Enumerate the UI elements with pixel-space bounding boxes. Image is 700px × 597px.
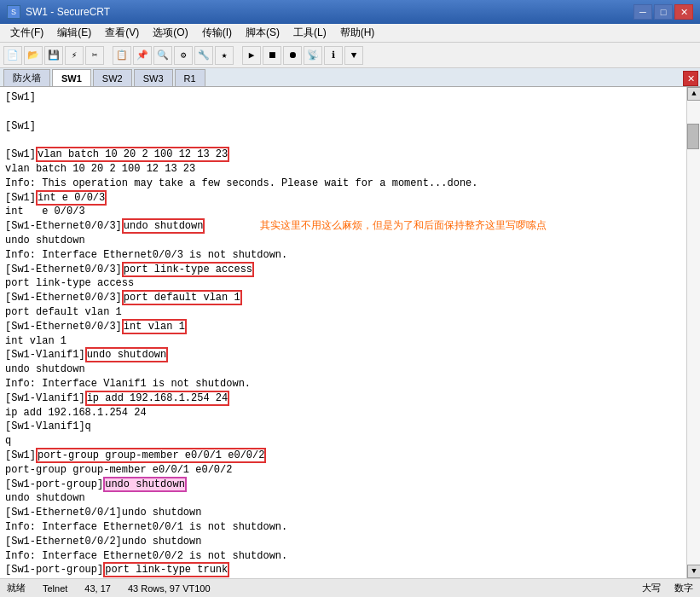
highlight-undo-shutdown-1: undo shutdown	[122, 218, 205, 234]
menu-view[interactable]: 查看(V)	[98, 24, 146, 42]
terminal-line-19: [Sw1-Vlanif1]undo shutdown	[5, 348, 681, 362]
terminal-line-15: [Sw1-Ethernet0/0/3]port default vlan 1	[5, 291, 681, 305]
menu-tools[interactable]: 工具(L)	[286, 24, 333, 42]
menu-script[interactable]: 脚本(S)	[239, 24, 286, 42]
terminal-line-5: [Sw1]vlan batch 10 20 2 100 12 13 23	[5, 148, 681, 162]
toolbar-btn12[interactable]: ▶	[242, 46, 261, 65]
menu-file[interactable]: 文件(F)	[3, 24, 50, 42]
window-controls[interactable]: ─ □ ✕	[633, 4, 693, 20]
highlight-port-group: port-group group-member e0/0/1 e0/0/2	[36, 448, 266, 463]
toolbar-btn8[interactable]: 🔍	[153, 46, 172, 65]
terminal-line-2	[5, 105, 681, 119]
toolbar-btn10[interactable]: 🔧	[194, 46, 213, 65]
terminal-line-25: q	[5, 434, 681, 449]
terminal-line-7: Info: This operation may take a few seco…	[5, 177, 681, 191]
status-cursor: 43, 17	[84, 583, 111, 594]
comment-text: 其实这里不用这么麻烦，但是为了和后面保持整齐这里写啰嗦点	[260, 220, 547, 232]
toolbar-btn13[interactable]: ⏹	[263, 46, 281, 65]
terminal-line-9: int e 0/0/3	[5, 205, 681, 219]
menu-options[interactable]: 选项(O)	[146, 24, 194, 42]
highlight-port-default-vlan: port default vlan 1	[122, 290, 242, 305]
terminal-line-18: int vlan 1	[5, 334, 681, 349]
toolbar-btn4[interactable]: ⚡	[65, 46, 84, 65]
status-bar: 就绪 Telnet 43, 17 43 Rows, 97 VT100 大写 数字	[0, 578, 700, 597]
tab-sw3[interactable]: SW3	[134, 69, 173, 86]
status-right: 大写 数字	[642, 582, 693, 594]
toolbar-new[interactable]: 📄	[3, 46, 22, 65]
terminal-line-29: undo shutdown	[5, 491, 681, 506]
terminal-line-8: [Sw1]int e 0/0/3	[5, 191, 681, 206]
terminal-line-13: [Sw1-Ethernet0/0/3]port link-type access	[5, 263, 681, 277]
menu-bar: 文件(F) 编辑(E) 查看(V) 选项(O) 传输(I) 脚本(S) 工具(L…	[0, 24, 700, 43]
terminal-line-23: ip add 192.168.1.254 24	[5, 406, 681, 420]
toolbar-btn15[interactable]: 📡	[304, 46, 322, 65]
toolbar-sep2	[235, 46, 240, 65]
tab-sw2[interactable]: SW2	[93, 69, 132, 86]
terminal-line-10: [Sw1-Ethernet0/0/3]undo shutdown 其实这里不用这…	[5, 219, 681, 234]
toolbar-sep1	[106, 46, 111, 65]
close-all-tabs-button[interactable]: ✕	[683, 71, 698, 86]
highlight-int-e003: int e 0/0/3	[36, 190, 107, 206]
toolbar-open[interactable]: 📂	[24, 46, 43, 65]
terminal-line-31: Info: Interface Ethernet0/0/1 is not shu…	[5, 520, 681, 535]
scrollbar[interactable]: ▲ ▼	[686, 87, 700, 578]
toolbar-btn11[interactable]: ★	[215, 46, 234, 65]
toolbar-btn9[interactable]: ⚙	[174, 46, 193, 65]
terminal-line-12: Info: Interface Ethernet0/0/3 is not shu…	[5, 248, 681, 263]
highlight-undo-shutdown-2: undo shutdown	[85, 347, 169, 362]
scroll-thumb[interactable]	[687, 124, 699, 149]
toolbar-btn14[interactable]: ⏺	[283, 46, 302, 65]
highlight-port-link-trunk: port link-type trunk	[103, 562, 229, 577]
window-title: SW1 - SecureCRT	[26, 6, 633, 18]
menu-transfer[interactable]: 传输(I)	[195, 24, 239, 42]
terminal-line-4	[5, 133, 681, 148]
menu-edit[interactable]: 编辑(E)	[50, 24, 98, 42]
tab-sw1[interactable]: SW1	[52, 69, 91, 86]
toolbar-btn17[interactable]: ▼	[344, 46, 363, 65]
tab-r1[interactable]: R1	[175, 69, 205, 86]
toolbar-btn6[interactable]: 📋	[113, 46, 131, 65]
terminal-line-30: [Sw1-Ethernet0/0/1]undo shutdown	[5, 506, 681, 520]
close-button[interactable]: ✕	[674, 4, 693, 20]
terminal-line-3: [Sw1]	[5, 119, 681, 134]
highlight-int-vlan1: int vlan 1	[122, 319, 187, 334]
highlight-undo-shutdown-3: undo shutdown	[103, 477, 187, 492]
status-caps: 大写	[642, 582, 661, 594]
status-ready: 就绪	[7, 582, 26, 594]
toolbar: 📄 📂 💾 ⚡ ✂ 📋 📌 🔍 ⚙ 🔧 ★ ▶ ⏹ ⏺ 📡 ℹ ▼	[0, 43, 700, 68]
terminal-line-6: vlan batch 10 20 2 100 12 13 23	[5, 162, 681, 177]
tab-bar: 防火墙 SW1 SW2 SW3 R1 ✕	[0, 68, 700, 87]
terminal-line-21: Info: Interface Vlanif1 is not shutdown.	[5, 377, 681, 391]
toolbar-btn7[interactable]: 📌	[133, 46, 152, 65]
terminal-line-32: [Sw1-Ethernet0/0/2]undo shutdown	[5, 535, 681, 549]
terminal-line-20: undo shutdown	[5, 362, 681, 377]
terminal-line-14: port link-type access	[5, 276, 681, 291]
tab-firewall[interactable]: 防火墙	[3, 69, 50, 86]
terminal-line-28: [Sw1-port-group]undo shutdown	[5, 478, 681, 492]
toolbar-save[interactable]: 💾	[44, 46, 63, 65]
status-num: 数字	[674, 582, 693, 594]
terminal-line-16: port default vlan 1	[5, 305, 681, 320]
app-icon: S	[7, 5, 20, 19]
terminal-line-33: Info: Interface Ethernet0/0/2 is not shu…	[5, 549, 681, 564]
terminal-line-27: port-group group-member e0/0/1 e0/0/2	[5, 463, 681, 478]
terminal-line-17: [Sw1-Ethernet0/0/3]int vlan 1	[5, 320, 681, 334]
menu-help[interactable]: 帮助(H)	[333, 24, 382, 42]
scroll-up-button[interactable]: ▲	[687, 87, 700, 101]
status-protocol: Telnet	[43, 583, 67, 594]
minimize-button[interactable]: ─	[633, 4, 652, 20]
terminal-line-24: [Sw1-Vlanif1]q	[5, 420, 681, 434]
highlight-port-link-access: port link-type access	[122, 262, 254, 277]
scroll-down-button[interactable]: ▼	[687, 565, 700, 578]
highlight-vlan-batch: vlan batch 10 20 2 100 12 13 23	[36, 147, 229, 162]
terminal[interactable]: [Sw1] [Sw1] [Sw1]vlan batch 10 20 2 100 …	[0, 87, 686, 578]
status-rows-cols: 43 Rows, 97 VT100	[128, 583, 211, 594]
maximize-button[interactable]: □	[654, 4, 673, 20]
highlight-ip-add: ip add 192.168.1.254 24	[85, 391, 230, 406]
scroll-track[interactable]	[687, 101, 700, 565]
terminal-line-34: [Sw1-port-group]port link-type trunk	[5, 563, 681, 577]
toolbar-btn16[interactable]: ℹ	[324, 46, 343, 65]
terminal-line-35: port link-type trunk	[5, 577, 681, 578]
terminal-line-26: [Sw1]port-group group-member e0/0/1 e0/0…	[5, 449, 681, 463]
toolbar-btn5[interactable]: ✂	[85, 46, 104, 65]
